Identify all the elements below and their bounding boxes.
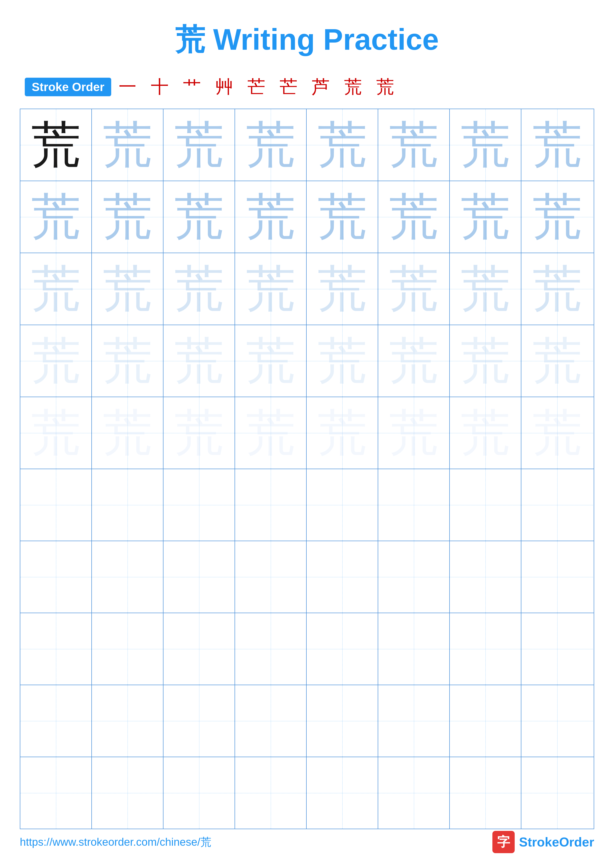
grid-cell[interactable]: 荒 <box>378 325 450 397</box>
grid-cell[interactable]: 荒 <box>307 181 378 253</box>
grid-cell[interactable] <box>20 685 92 756</box>
grid-cell[interactable]: 荒 <box>450 325 521 397</box>
grid-cell[interactable]: 荒 <box>450 181 521 253</box>
grid-cell[interactable] <box>163 469 235 541</box>
stroke-order-badge: Stroke Order <box>25 78 111 96</box>
grid-cell[interactable] <box>307 541 378 613</box>
grid-cell[interactable]: 荒 <box>378 253 450 325</box>
grid-cell[interactable] <box>378 541 450 613</box>
grid-cell[interactable] <box>450 469 521 541</box>
grid-cell[interactable]: 荒 <box>92 325 163 397</box>
grid-cell[interactable]: 荒 <box>163 397 235 469</box>
grid-cell[interactable] <box>521 613 593 685</box>
grid-cell[interactable] <box>378 469 450 541</box>
practice-grid: 荒 荒 荒 荒 荒 荒 荒 荒 荒 荒 荒 <box>20 108 594 829</box>
grid-cell[interactable] <box>92 757 163 829</box>
grid-cell[interactable]: 荒 <box>235 181 307 253</box>
footer-logo-text: StrokeOrder <box>519 835 594 849</box>
grid-cell[interactable]: 荒 <box>92 181 163 253</box>
stroke-order-row: Stroke Order 一 十 艹 艸 芒 芒 芦 荒 荒 <box>0 75 614 99</box>
grid-cell[interactable] <box>92 541 163 613</box>
grid-cell[interactable]: 荒 <box>163 253 235 325</box>
grid-cell[interactable] <box>20 613 92 685</box>
grid-row-3: 荒 荒 荒 荒 荒 荒 荒 荒 <box>20 253 594 325</box>
grid-cell[interactable]: 荒 <box>521 109 593 181</box>
grid-cell[interactable]: 荒 <box>20 181 92 253</box>
grid-cell[interactable] <box>235 685 307 756</box>
grid-cell[interactable]: 荒 <box>92 253 163 325</box>
grid-row-8 <box>20 613 594 685</box>
grid-cell[interactable] <box>307 757 378 829</box>
grid-row-4: 荒 荒 荒 荒 荒 荒 荒 荒 <box>20 325 594 397</box>
grid-cell[interactable]: 荒 <box>92 397 163 469</box>
grid-cell[interactable] <box>92 685 163 756</box>
grid-cell[interactable]: 荒 <box>307 109 378 181</box>
grid-cell[interactable]: 荒 <box>92 109 163 181</box>
grid-row-6 <box>20 469 594 541</box>
grid-cell[interactable]: 荒 <box>378 181 450 253</box>
grid-cell[interactable]: 荒 <box>235 109 307 181</box>
grid-cell[interactable] <box>20 541 92 613</box>
grid-cell[interactable]: 荒 <box>20 109 92 181</box>
stroke-order-chars: 一 十 艹 艸 芒 芒 芦 荒 荒 <box>119 75 399 99</box>
grid-cell[interactable] <box>92 613 163 685</box>
grid-cell[interactable]: 荒 <box>378 109 450 181</box>
grid-row-5: 荒 荒 荒 荒 荒 荒 荒 荒 <box>20 397 594 469</box>
grid-cell[interactable]: 荒 <box>20 397 92 469</box>
grid-cell[interactable] <box>450 613 521 685</box>
grid-cell[interactable] <box>450 541 521 613</box>
grid-cell[interactable]: 荒 <box>20 253 92 325</box>
grid-cell[interactable] <box>378 757 450 829</box>
grid-cell[interactable]: 荒 <box>235 397 307 469</box>
grid-cell[interactable]: 荒 <box>307 253 378 325</box>
grid-cell[interactable] <box>163 757 235 829</box>
grid-cell[interactable]: 荒 <box>307 397 378 469</box>
grid-cell[interactable]: 荒 <box>521 253 593 325</box>
grid-cell[interactable]: 荒 <box>450 397 521 469</box>
grid-cell[interactable] <box>307 685 378 756</box>
grid-cell[interactable]: 荒 <box>521 397 593 469</box>
footer-logo: 字 StrokeOrder <box>493 831 594 853</box>
grid-cell[interactable] <box>307 613 378 685</box>
grid-row-9 <box>20 685 594 757</box>
grid-cell[interactable]: 荒 <box>450 109 521 181</box>
grid-row-7 <box>20 541 594 613</box>
grid-cell[interactable] <box>378 685 450 756</box>
grid-cell[interactable] <box>163 613 235 685</box>
grid-cell[interactable] <box>521 685 593 756</box>
grid-cell[interactable]: 荒 <box>521 325 593 397</box>
grid-cell[interactable]: 荒 <box>378 397 450 469</box>
grid-cell[interactable]: 荒 <box>163 325 235 397</box>
grid-cell[interactable]: 荒 <box>307 325 378 397</box>
grid-cell[interactable] <box>235 757 307 829</box>
grid-cell[interactable]: 荒 <box>163 181 235 253</box>
grid-cell[interactable] <box>163 541 235 613</box>
grid-row-1: 荒 荒 荒 荒 荒 荒 荒 荒 <box>20 109 594 181</box>
page-title: 荒 Writing Practice <box>0 0 614 75</box>
grid-cell[interactable]: 荒 <box>235 325 307 397</box>
grid-cell[interactable] <box>163 685 235 756</box>
grid-cell[interactable] <box>450 757 521 829</box>
footer-url[interactable]: https://www.strokeorder.com/chinese/荒 <box>20 835 211 849</box>
grid-cell[interactable]: 荒 <box>20 325 92 397</box>
grid-cell[interactable] <box>235 469 307 541</box>
grid-cell[interactable] <box>450 685 521 756</box>
grid-cell[interactable]: 荒 <box>235 253 307 325</box>
grid-row-10 <box>20 757 594 829</box>
footer: https://www.strokeorder.com/chinese/荒 字 … <box>0 831 614 853</box>
footer-logo-icon: 字 <box>493 831 515 853</box>
grid-cell[interactable]: 荒 <box>521 181 593 253</box>
grid-cell[interactable] <box>235 613 307 685</box>
grid-cell[interactable] <box>521 469 593 541</box>
grid-cell[interactable]: 荒 <box>163 109 235 181</box>
grid-cell[interactable] <box>521 541 593 613</box>
grid-cell[interactable] <box>378 613 450 685</box>
grid-cell[interactable]: 荒 <box>450 253 521 325</box>
grid-row-2: 荒 荒 荒 荒 荒 荒 荒 荒 <box>20 181 594 253</box>
grid-cell[interactable] <box>235 541 307 613</box>
grid-cell[interactable] <box>307 469 378 541</box>
grid-cell[interactable] <box>521 757 593 829</box>
grid-cell[interactable] <box>92 469 163 541</box>
grid-cell[interactable] <box>20 757 92 829</box>
grid-cell[interactable] <box>20 469 92 541</box>
